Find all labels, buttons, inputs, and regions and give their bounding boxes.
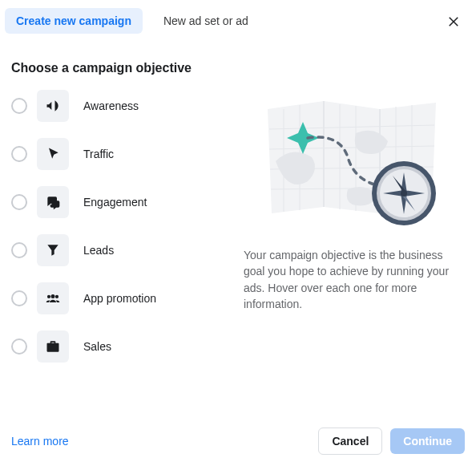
objective-label-engagement: Engagement [83, 196, 147, 209]
objective-label-traffic: Traffic [83, 148, 114, 160]
tab-create-campaign[interactable]: Create new campaign [5, 8, 143, 34]
cancel-button[interactable]: Cancel [318, 428, 382, 455]
objective-sales[interactable]: Sales [11, 330, 236, 363]
radio-app[interactable] [11, 290, 27, 306]
radio-leads[interactable] [11, 242, 27, 258]
radio-traffic[interactable] [11, 146, 27, 162]
radio-engagement[interactable] [11, 194, 27, 210]
tab-new-ad-set[interactable]: New ad set or ad [152, 8, 260, 34]
objective-app-promotion[interactable]: App promotion [11, 282, 236, 314]
continue-button[interactable]: Continue [390, 428, 465, 454]
illustration-map-compass [252, 93, 444, 237]
close-button[interactable] [442, 10, 465, 32]
close-icon [446, 14, 461, 28]
objective-leads[interactable]: Leads [11, 234, 236, 266]
cursor-icon [37, 138, 69, 170]
page-title: Choose a campaign objective [11, 61, 476, 75]
objective-label-leads: Leads [83, 244, 114, 257]
objective-awareness[interactable]: Awareness [11, 90, 236, 122]
objective-label-app: App promotion [83, 292, 156, 305]
objective-engagement[interactable]: Engagement [11, 186, 236, 218]
svg-point-13 [401, 190, 407, 197]
objective-traffic[interactable]: Traffic [11, 138, 236, 170]
funnel-icon [37, 234, 69, 266]
people-icon [37, 282, 69, 314]
objective-label-awareness: Awareness [83, 99, 139, 112]
megaphone-icon [37, 90, 69, 122]
learn-more-link[interactable]: Learn more [11, 435, 69, 448]
radio-sales[interactable] [11, 338, 27, 355]
chat-icon [37, 186, 69, 218]
briefcase-icon [37, 330, 69, 363]
objective-list: Awareness Traffic Engagement Leads [11, 90, 236, 379]
objective-description: Your campaign objective is the business … [244, 247, 452, 312]
radio-awareness[interactable] [11, 98, 27, 114]
objective-label-sales: Sales [83, 340, 111, 353]
